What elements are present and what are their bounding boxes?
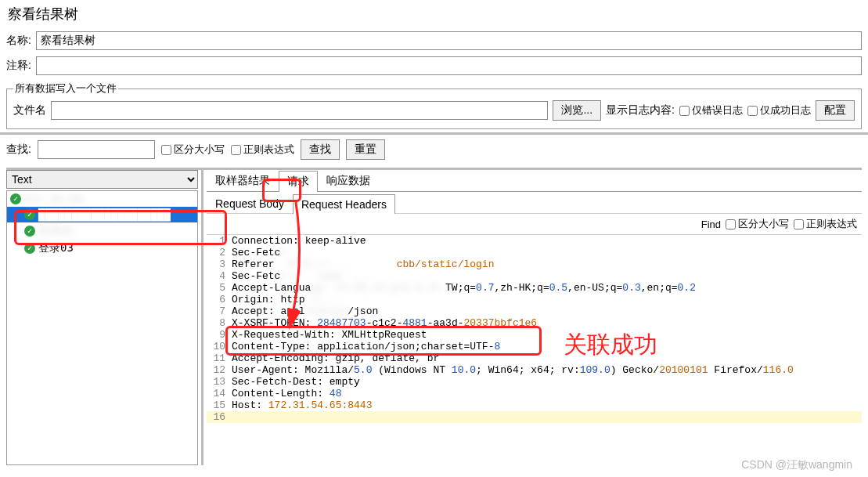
success-icon: ✓ [24, 243, 35, 254]
search-input[interactable] [38, 140, 155, 159]
request-headers-content[interactable]: 1Connection: keep-alive2Sec-Fetch ...3Re… [207, 235, 862, 465]
tree-item[interactable]: ✓htt 65:84 [7, 191, 197, 207]
showlog-label: 显示日志内容: [606, 103, 675, 117]
tree-item[interactable]: ✓████████████████████ [7, 207, 197, 222]
filename-label: 文件名 [13, 103, 46, 117]
tab-0[interactable]: 取样器结果 [207, 170, 279, 191]
code-line: Origin: http://... [232, 294, 341, 305]
code-line: X-Requested-With: XMLHttpRequest [232, 329, 427, 341]
renderer-select[interactable]: Text [6, 170, 198, 189]
subtab-0[interactable]: Request Body [207, 193, 293, 213]
main-tabs: 取样器结果请求响应数据 [207, 170, 862, 192]
line-number: 13 [207, 376, 232, 388]
sub-tabs: Request BodyRequest Headers [207, 193, 862, 214]
line-number: 14 [207, 388, 232, 399]
code-line: Content-Type: application/json;charset=U… [232, 341, 500, 352]
tree-item-label: ████████████████████ [38, 208, 171, 221]
line-number: 3 [207, 258, 232, 270]
name-input[interactable] [36, 31, 862, 50]
subtab-1[interactable]: Request Headers [293, 194, 395, 214]
tree-item-label: 登录03 [38, 241, 74, 255]
line-number: 7 [207, 305, 232, 317]
line-number: 11 [207, 352, 232, 364]
tab-1[interactable]: 请求 [279, 171, 318, 192]
line-number: 1 [207, 235, 232, 247]
name-label: 名称: [6, 34, 31, 48]
search-label: 查找: [6, 143, 31, 157]
code-line: Host: 172.31.54.65:8443 [232, 399, 372, 411]
line-number: 4 [207, 270, 232, 282]
code-line: Accept: application/json [232, 305, 378, 317]
line-number: 2 [207, 247, 232, 258]
filename-input[interactable] [51, 101, 548, 120]
reset-button[interactable]: 重置 [346, 139, 385, 160]
results-tree[interactable]: ✓htt 65:84✓████████████████████✓登录02✓登录0… [6, 190, 198, 465]
watermark: CSDN @汪敏wangmin [741, 458, 852, 472]
code-line: Referer: http://... cbb/static/login [232, 258, 494, 270]
code-line: Accept-Encoding: gzip, deflate, br [232, 352, 439, 364]
code-line: Sec-Fetch ... [232, 247, 311, 258]
line-number: 6 [207, 294, 232, 305]
find-label: Find [701, 219, 721, 230]
comment-label: 注释: [6, 59, 31, 73]
browse-button[interactable]: 浏览... [553, 100, 601, 121]
code-line: Sec-Fetch ... same .... [232, 270, 372, 282]
line-number: 12 [207, 364, 232, 376]
tree-item-label: 登录02 [38, 224, 74, 238]
tab-2[interactable]: 响应数据 [318, 170, 379, 191]
success-icon: ✓ [24, 209, 35, 220]
success-only-checkbox[interactable]: 仅成功日志 [747, 103, 811, 117]
tree-item-label: htt 65:84 [24, 193, 84, 205]
line-number: 16 [207, 411, 232, 423]
code-line: User-Agent: Mozilla/5.0 (Windows NT 10.0… [232, 364, 794, 376]
configure-button[interactable]: 配置 [816, 100, 855, 121]
line-number: 10 [207, 341, 232, 352]
search-button[interactable]: 查找 [301, 139, 340, 160]
success-icon: ✓ [10, 193, 21, 204]
write-file-legend: 所有数据写入一个文件 [13, 81, 118, 96]
line-number: 15 [207, 399, 232, 411]
success-icon: ✓ [24, 226, 35, 237]
annotation-text: 关联成功 [564, 329, 657, 361]
write-file-fieldset: 所有数据写入一个文件 文件名 浏览... 显示日志内容: 仅错误日志 仅成功日志… [6, 81, 862, 129]
page-title: 察看结果树 [0, 0, 868, 28]
find-regex-checkbox[interactable]: 正则表达式 [794, 217, 857, 231]
code-line: Content-Length: 48 [232, 388, 341, 399]
code-line [232, 411, 238, 423]
code-line: Sec-Fetch-Dest: empty [232, 376, 360, 388]
line-number: 8 [207, 317, 232, 329]
errors-only-checkbox[interactable]: 仅错误日志 [679, 103, 743, 117]
regex-checkbox[interactable]: 正则表达式 [231, 143, 294, 157]
tree-item[interactable]: ✓登录03 [7, 240, 197, 257]
code-line: Connection: keep-alive [232, 235, 366, 247]
line-number: 9 [207, 329, 232, 341]
case-sensitive-checkbox[interactable]: 区分大小写 [161, 143, 225, 157]
code-line: Accept-Language: zh-CN,zh;q=0.8,zh-TW;q=… [232, 282, 696, 294]
code-line: X-XSRF-TOKEN: 28487703-c1c2-4881-aa3d-20… [232, 317, 537, 329]
comment-input[interactable] [36, 56, 862, 75]
find-case-checkbox[interactable]: 区分大小写 [726, 217, 789, 231]
line-number: 5 [207, 282, 232, 294]
tree-item[interactable]: ✓登录02 [7, 222, 197, 240]
